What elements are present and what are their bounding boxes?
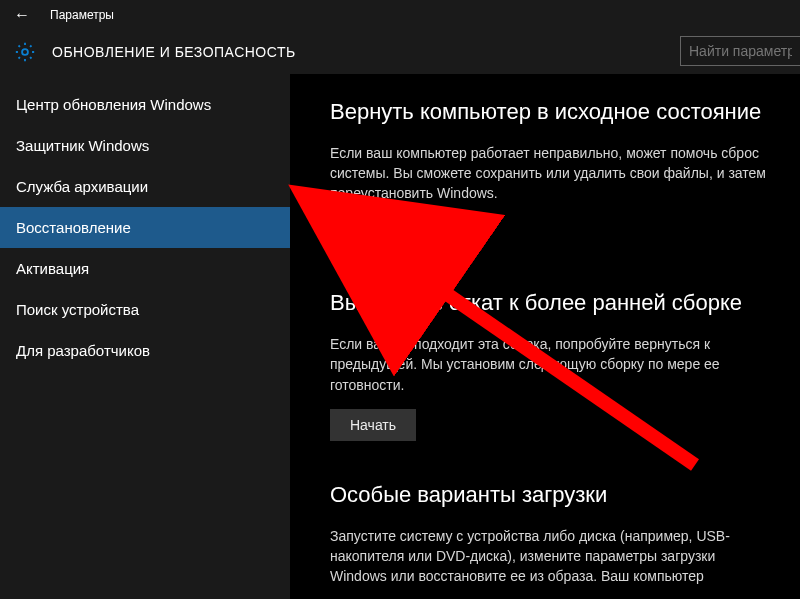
sidebar-item-find-device[interactable]: Поиск устройства: [0, 289, 290, 330]
reset-block: Вернуть компьютер в исходное состояние Е…: [330, 98, 784, 249]
rollback-heading: Выполнить откат к более ранней сборке: [330, 289, 784, 318]
svg-point-0: [22, 49, 28, 55]
sidebar-item-developers[interactable]: Для разработчиков: [0, 330, 290, 371]
sidebar-item-label: Поиск устройства: [16, 301, 139, 318]
advanced-heading: Особые варианты загрузки: [330, 481, 784, 510]
main: Центр обновления Windows Защитник Window…: [0, 74, 800, 599]
sidebar-item-label: Активация: [16, 260, 89, 277]
rollback-block: Выполнить откат к более ранней сборке Ес…: [330, 289, 784, 440]
advanced-block: Особые варианты загрузки Запустите систе…: [330, 481, 784, 586]
sidebar: Центр обновления Windows Защитник Window…: [0, 74, 290, 599]
sidebar-item-label: Центр обновления Windows: [16, 96, 211, 113]
rollback-start-button[interactable]: Начать: [330, 409, 416, 441]
back-icon[interactable]: ←: [14, 6, 30, 24]
section-title: ОБНОВЛЕНИЕ И БЕЗОПАСНОСТЬ: [52, 44, 296, 60]
search-input[interactable]: [680, 36, 800, 66]
sidebar-item-windows-update[interactable]: Центр обновления Windows: [0, 84, 290, 125]
sidebar-item-defender[interactable]: Защитник Windows: [0, 125, 290, 166]
rollback-description: Если вам не подходит эта сборка, попробу…: [330, 334, 770, 395]
sidebar-item-backup[interactable]: Служба архивации: [0, 166, 290, 207]
sidebar-item-recovery[interactable]: Восстановление: [0, 207, 290, 248]
advanced-description: Запустите систему с устройства либо диск…: [330, 526, 770, 587]
gear-icon: [14, 41, 36, 63]
reset-description: Если ваш компьютер работает неправильно,…: [330, 143, 770, 204]
sidebar-item-label: Служба архивации: [16, 178, 148, 195]
sidebar-item-label: Восстановление: [16, 219, 131, 236]
app-title: Параметры: [50, 8, 114, 22]
reset-heading: Вернуть компьютер в исходное состояние: [330, 98, 784, 127]
titlebar: ← Параметры: [0, 0, 800, 30]
reset-start-button[interactable]: Начать: [330, 217, 416, 249]
header: ОБНОВЛЕНИЕ И БЕЗОПАСНОСТЬ: [0, 30, 800, 74]
sidebar-item-activation[interactable]: Активация: [0, 248, 290, 289]
sidebar-item-label: Для разработчиков: [16, 342, 150, 359]
content: Вернуть компьютер в исходное состояние Е…: [290, 74, 800, 599]
sidebar-item-label: Защитник Windows: [16, 137, 149, 154]
